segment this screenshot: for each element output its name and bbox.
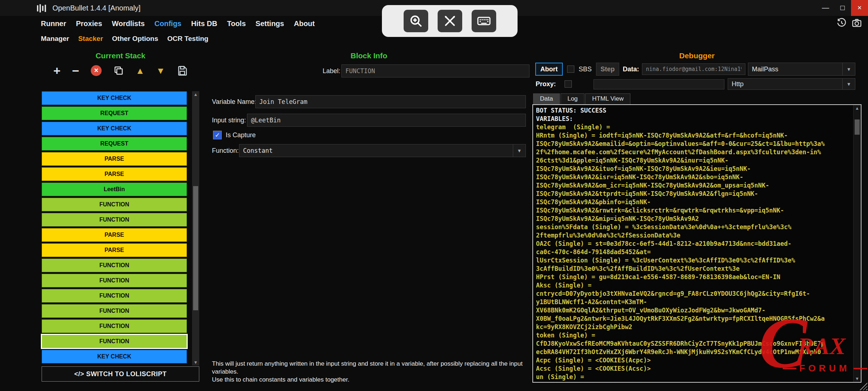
stack-block[interactable]: KEY CHECK (42, 122, 187, 135)
stack-block[interactable]: PARSE (42, 167, 187, 181)
save-config-icon[interactable] (177, 65, 188, 76)
menu-settings[interactable]: Settings (256, 20, 284, 28)
log-line: X0BW_f0oaLPg2&ntwrk=Jie3L4JOQytRkF3XXmS2… (536, 315, 852, 323)
history-icon[interactable] (836, 17, 847, 28)
stack-block[interactable]: PARSE (42, 152, 187, 166)
menu-runner[interactable]: Runner (41, 20, 66, 28)
remove-block-icon[interactable]: − (72, 64, 79, 77)
submenu-other-options[interactable]: Other Options (112, 35, 158, 43)
input-string-input[interactable] (247, 114, 526, 127)
minimize-button[interactable]: — (817, 0, 834, 16)
stack-block[interactable]: FUNCTION (42, 304, 187, 318)
log-line: lUsrCtxSession (Single) = %3cUserContext… (536, 256, 852, 265)
log-line: BOT STATUS: SUCCESS (536, 106, 852, 115)
debugger-data-input[interactable] (642, 63, 745, 75)
proxy-type-dropdown[interactable]: Http ▼ (728, 78, 855, 90)
stack-block[interactable]: FUNCTION (42, 335, 187, 348)
menu-wordlists[interactable]: Wordlists (112, 20, 145, 28)
log-scrollbar[interactable]: ▲ ▼ (853, 105, 861, 382)
tab-data[interactable]: Data (533, 93, 560, 104)
stack-scrollbar[interactable]: ▲ ▼ (192, 91, 199, 366)
log-scroll-thumb[interactable] (855, 119, 860, 135)
sbs-label: SBS (579, 63, 592, 76)
stack-block[interactable]: KEY CHECK (42, 91, 187, 105)
log-line: ISQc78yUmSkAv9A2&rnwtrk=&clicksrctrk=&rq… (536, 206, 852, 215)
add-block-icon[interactable]: + (53, 64, 60, 77)
variable-name-input[interactable] (255, 95, 526, 108)
debugger-title: Debugger (532, 51, 861, 60)
screenshot-icon[interactable] (851, 17, 862, 28)
stack-block[interactable]: REQUEST (42, 137, 187, 151)
stack-block[interactable]: LeetBin (42, 182, 187, 196)
data-label: Data: (623, 63, 639, 76)
floating-toolbar (382, 5, 518, 37)
stack-block[interactable]: PARSE (42, 243, 187, 257)
zoom-in-button[interactable] (404, 10, 428, 32)
menu-proxies[interactable]: Proxies (76, 20, 102, 28)
stack-block[interactable]: PARSE (42, 228, 187, 242)
proxy-checkbox[interactable] (565, 80, 572, 88)
stack-block[interactable]: KEY CHECK (42, 350, 187, 363)
switch-to-loliscript-button[interactable]: </> SWITCH TO LOLISCRIPT (42, 366, 199, 382)
block-label-input[interactable] (341, 64, 529, 77)
openbullet-window: OpenBullet 1.4.4 [Anomaly] — □ × RunnerP… (0, 0, 868, 391)
stack-block[interactable]: FUNCTION (42, 258, 187, 272)
log-line: XV68BNk0mK2GOqlA2&thrput=OV_vUmoBuOXyWio… (536, 306, 852, 315)
submenu-stacker[interactable]: Stacker (78, 35, 103, 43)
scroll-up-icon[interactable]: ▲ (192, 92, 199, 97)
stack-block[interactable]: FUNCTION (42, 274, 187, 287)
function-dropdown[interactable]: Constant ▼ (239, 144, 526, 157)
function-label: Function: (212, 144, 239, 157)
stack-toolbar: + − × ▲ ▼ (42, 63, 199, 78)
clear-stack-icon[interactable]: × (91, 65, 102, 76)
proxy-input[interactable] (593, 79, 724, 89)
stack-scroll-thumb[interactable] (193, 186, 198, 310)
menu-tools[interactable]: Tools (227, 20, 246, 28)
move-up-icon[interactable]: ▲ (136, 66, 145, 76)
scroll-down-icon[interactable]: ▼ (192, 360, 199, 365)
keyboard-button[interactable] (472, 10, 496, 32)
maximize-button[interactable]: □ (834, 0, 851, 16)
sbs-checkbox[interactable] (567, 66, 574, 73)
close-button[interactable]: × (851, 0, 868, 16)
scroll-up-icon[interactable]: ▲ (854, 106, 861, 111)
menu-configs[interactable]: Configs (154, 20, 181, 28)
step-button[interactable]: Step (596, 63, 619, 76)
move-down-icon[interactable]: ▼ (156, 66, 165, 76)
clone-block-icon[interactable] (113, 65, 124, 76)
submenu-ocr-testing[interactable]: OCR Testing (167, 35, 209, 43)
wordlist-type-dropdown[interactable]: MailPass ▼ (748, 63, 855, 76)
proxy-label: Proxy: (536, 78, 556, 90)
crossed-swords-button[interactable] (438, 10, 462, 32)
log-line: ca0c-470c-864d-79148dad5452&at= (536, 248, 852, 256)
submenu-manager[interactable]: Manager (41, 35, 69, 43)
abort-button[interactable]: Abort (535, 63, 563, 76)
help-line-1: This will just return anything written i… (212, 360, 529, 376)
chevron-down-icon: ▼ (513, 144, 526, 157)
block-help-text: This will just return anything written i… (212, 360, 529, 384)
stack-block[interactable]: FUNCTION (42, 213, 187, 227)
menu-hits-db[interactable]: Hits DB (191, 20, 217, 28)
stack-block[interactable]: FUNCTION (42, 198, 187, 211)
tab-html-view[interactable]: HTML View (585, 93, 630, 104)
window-resize-grip[interactable] (859, 382, 867, 390)
window-title: OpenBullet 1.4.4 [Anomaly] (52, 0, 140, 16)
stack-block[interactable]: FUNCTION (42, 319, 187, 333)
log-line: y1BUtBLNWcff1-A2&contnt=K3mTM- (536, 298, 852, 306)
log-line: CfDJ8KyoVxwScfREoMCM9aKVhtauC0ySZSSFR6DR… (536, 340, 852, 348)
log-line: ISQc78yUmSkAv9A2&emailid=&optin=&optinva… (536, 140, 852, 148)
scroll-down-icon[interactable]: ▼ (854, 376, 861, 381)
block-info-title: Block Info (212, 51, 526, 60)
is-capture-checkbox[interactable]: ✓ (213, 131, 222, 139)
log-line: cntrycd=D07yDyotbjo3tXHNvaIeVQ2&rgncd=g9… (536, 290, 852, 298)
proxy-type-value: Http (732, 79, 744, 89)
tab-log[interactable]: Log (561, 93, 584, 104)
log-line: ISQc78yUmSkAv9A2&ituof=iq5nNK-ISQc78yUmS… (536, 165, 852, 173)
log-line: Acsc (Single) = <COOKIES(Acsc)> (536, 365, 852, 373)
stack-block[interactable]: FUNCTION (42, 289, 187, 303)
log-line: session%5Fdata (Single) = %3cSessionData… (536, 223, 852, 231)
log-lines: BOT STATUS: SUCCESSVARIABLES:telegram (S… (536, 106, 852, 382)
stack-block[interactable]: REQUEST (42, 106, 187, 120)
menu-about[interactable]: About (294, 20, 315, 28)
log-line: 26ctst%3d1&pple=iq5nNK-ISQc78yUmSkAv9A2&… (536, 156, 852, 165)
